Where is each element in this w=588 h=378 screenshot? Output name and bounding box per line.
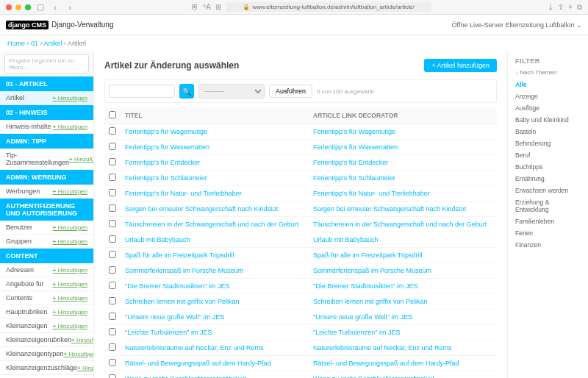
sidebar-item-link[interactable]: Adressen — [6, 266, 53, 274]
filter-option[interactable]: Erziehung & Entwicklung — [515, 196, 581, 215]
sidebar-add-link[interactable]: Hinzufügen — [64, 351, 94, 357]
live-server-link[interactable]: Öffne Live-Server Elternzeitung Luftball… — [452, 21, 582, 29]
action-select[interactable]: --------- — [198, 84, 265, 99]
sidebar-section-header[interactable]: ADMIN: TIPP — [0, 134, 93, 149]
row-title-link[interactable]: Wege zu mehr Geschlechtergerechtigkeit — [125, 375, 246, 378]
row-checkbox[interactable] — [109, 235, 116, 243]
row-checkbox[interactable] — [109, 251, 116, 258]
sidebar-section-header[interactable]: ADMIN: WERBUNG — [0, 170, 93, 185]
row-checkbox[interactable] — [109, 328, 116, 335]
url-bar[interactable]: 🔒 www.elternzeitung-luftballon.de/admin/… — [226, 2, 431, 12]
sidebar-add-link[interactable]: Hinzufügen — [53, 238, 87, 245]
select-all-checkbox[interactable] — [109, 111, 116, 118]
download-icon[interactable]: ⤓ — [548, 3, 553, 11]
row-title-link[interactable]: Ferientipp's für Wasserratten — [125, 143, 209, 151]
row-decorator-link[interactable]: Sommerferienspaß im Porsche Museum — [313, 267, 431, 274]
filter-option[interactable]: Beruf — [515, 149, 581, 161]
sidebar-section-header[interactable]: 01 - ARTIKEL — [0, 76, 93, 91]
sidebar-item-link[interactable]: Kleinanzeigenzuschläge — [6, 364, 77, 371]
filter-option[interactable]: Finanzen — [515, 239, 581, 251]
filter-option[interactable]: Anzeige — [515, 90, 581, 102]
row-title-link[interactable]: Schreiben lernen mit griffix von Pelikan — [125, 298, 239, 305]
row-decorator-link[interactable]: Täuschereien in der Schwangerschaft und … — [313, 221, 487, 228]
search-input[interactable] — [109, 85, 175, 98]
row-title-link[interactable]: Urlaub mit Babybauch — [125, 236, 190, 243]
sidebar-add-link[interactable]: Hinzufügen — [53, 267, 87, 274]
row-title-link[interactable]: Spaß für alle im Freizeitpark Tripsdrill — [125, 252, 234, 259]
col-title[interactable]: TITEL — [121, 107, 309, 124]
sidebar-section-header[interactable]: CONTENT — [0, 249, 93, 263]
sidebar-icon[interactable]: ▢ — [35, 2, 46, 13]
row-checkbox[interactable] — [109, 174, 116, 181]
row-checkbox[interactable] — [109, 220, 116, 227]
row-decorator-link[interactable]: Ferientipp's für Schlaumeier — [313, 174, 395, 182]
row-decorator-link[interactable]: Ferientipp's für Entdecker — [313, 159, 388, 166]
row-title-link[interactable]: Sommerferienspaß im Porsche Museum — [125, 267, 243, 274]
sidebar-add-link[interactable]: Hinzufügen — [53, 295, 87, 302]
row-title-link[interactable]: Ferientipp's für Entdecker — [125, 159, 200, 166]
row-decorator-link[interactable]: Urlaub mit Babybauch — [313, 236, 379, 243]
sidebar-add-link[interactable]: Hinzufügen — [71, 337, 94, 343]
row-decorator-link[interactable]: Spaß für alle im Freizeitpark Tripsdrill — [313, 252, 423, 259]
row-title-link[interactable]: Rätsel- und Bewegungsspaß auf dem Hardy-… — [125, 360, 271, 367]
filter-option[interactable]: Ferien — [515, 227, 581, 239]
row-checkbox[interactable] — [109, 297, 116, 304]
back-icon[interactable]: ‹ — [50, 2, 60, 13]
sidebar-item-link[interactable]: Contents — [6, 294, 53, 302]
row-decorator-link[interactable]: Ferientipp's für Wagemutige — [313, 128, 395, 135]
search-button[interactable]: 🔍 — [179, 84, 194, 99]
row-decorator-link[interactable]: Ferientipp's für Natur- und Tierliebhabe… — [313, 190, 430, 197]
sidebar-add-link[interactable]: Hinzufügen — [53, 323, 87, 329]
row-checkbox[interactable] — [109, 313, 116, 320]
sidebar-add-link[interactable]: Hinzufügen — [53, 224, 87, 231]
execute-button[interactable]: Ausführen — [269, 85, 312, 98]
row-checkbox[interactable] — [109, 359, 116, 366]
sidebar-add-link[interactable]: Hinzufügen — [53, 95, 87, 101]
crumb-home[interactable]: Home — [7, 40, 25, 47]
row-checkbox[interactable] — [109, 189, 116, 196]
sidebar-add-link[interactable]: Hinzufügen — [53, 309, 87, 315]
sidebar-filter-input[interactable]: Eingabe beginnen um zu filtern... — [4, 54, 89, 74]
crumb-artikel-app[interactable]: Artikel — [44, 40, 62, 47]
sidebar-section-header[interactable]: AUTHENTIFIZIERUNG UND AUTORISIERUNG — [0, 199, 93, 221]
row-title-link[interactable]: "Leichte Turbulenzen" im JES — [125, 329, 212, 336]
filter-option[interactable]: Behinderung — [515, 138, 581, 149]
minimize-window[interactable] — [15, 4, 21, 10]
row-checkbox[interactable] — [109, 127, 116, 135]
filter-option[interactable]: Buchtipps — [515, 161, 581, 173]
sidebar-item-link[interactable]: Hinweis-Inhalte — [6, 123, 53, 130]
sidebar-item-link[interactable]: Gruppen — [6, 238, 53, 245]
row-checkbox[interactable] — [109, 343, 116, 351]
filter-option[interactable]: Basteln — [515, 126, 581, 138]
maximize-window[interactable] — [25, 4, 31, 10]
sidebar-item-link[interactable]: Hauptrubriken — [6, 308, 53, 315]
row-checkbox[interactable] — [109, 282, 116, 289]
row-checkbox[interactable] — [109, 374, 116, 378]
filter-option[interactable]: Ausflüge — [515, 102, 581, 114]
row-decorator-link[interactable]: "Unsere neue große Welt" im JES — [313, 313, 412, 321]
filter-option[interactable]: Ernährung — [515, 173, 581, 185]
col-decorator[interactable]: ARTICLE LINK DECORATOR — [309, 107, 497, 124]
row-decorator-link[interactable]: Naturerlebnisräume auf Neckar, Enz und R… — [313, 344, 452, 352]
row-decorator-link[interactable]: Wege zu mehr Geschlechtergerechtigkeit — [313, 375, 434, 378]
row-checkbox[interactable] — [109, 143, 116, 150]
tabs-icon[interactable]: ⧉ — [577, 3, 582, 12]
forward-icon[interactable]: › — [65, 2, 75, 13]
row-title-link[interactable]: Täuschereien in der Schwangerschaft und … — [125, 221, 298, 228]
sidebar-item-link[interactable]: Kleinanzeigen — [6, 322, 53, 329]
row-decorator-link[interactable]: Ferientipp's für Wasserratten — [313, 143, 398, 151]
filter-option[interactable]: Alle — [515, 79, 581, 90]
row-decorator-link[interactable]: "Die Bremer Stadtmusikten" im JES — [313, 282, 417, 290]
filter-option[interactable]: Erwachsen werden — [515, 185, 581, 196]
row-title-link[interactable]: Naturerlebnisräume auf Neckar, Enz und R… — [125, 344, 264, 352]
sidebar-add-link[interactable]: Hinzufügen — [53, 124, 87, 130]
row-decorator-link[interactable]: Sorgen bei erneuter Schwangerschaft nach… — [313, 205, 466, 213]
sidebar-section-header[interactable]: 02 - HINWEIS — [0, 105, 93, 120]
sidebar-item-link[interactable]: Kleinanzeigentypen — [6, 350, 64, 357]
newtab-icon[interactable]: + — [568, 3, 573, 11]
add-artikel-button[interactable]: Artikel hinzufügen — [424, 59, 497, 72]
sidebar-item-link[interactable]: Angebote für — [6, 280, 53, 288]
row-decorator-link[interactable]: Schreiben lernen mit griffix von Pelikan — [313, 298, 427, 305]
row-title-link[interactable]: Sorgen bei erneuter Schwangerschaft nach… — [125, 205, 278, 213]
sidebar-add-link[interactable]: Hinzufügen — [53, 281, 87, 288]
